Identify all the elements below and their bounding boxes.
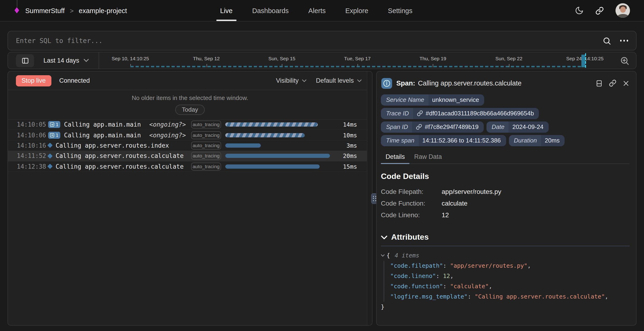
live-view-panel: Stop live Connected Visibility Default l… [8,71,372,326]
breadcrumb-project[interactable]: example-project [79,7,127,14]
timeline-activity-dashes [130,66,584,67]
service-name-badge: Service Name unknown_service [381,94,484,106]
today-button[interactable]: Today [175,105,204,115]
avatar-body [617,14,628,18]
log-row[interactable]: 14:10:06 1 Calling app.main.main<ongoing… [8,130,372,140]
tag-pill[interactable]: auto_tracing [191,131,221,139]
attributes-json-tree: { 4 items "code.filepath": "app/server/r… [381,250,630,312]
tag-pill[interactable]: auto_tracing [191,162,221,170]
breadcrumb-workspace[interactable]: SummerStuff [25,7,65,14]
timeline-now-cursor[interactable] [585,53,586,68]
chevron-down-icon [381,254,384,257]
main-nav-tabs: Live Dashboards Alerts Explore Settings [210,0,422,21]
visibility-dropdown[interactable]: Visibility [276,77,306,84]
link-icon[interactable] [417,110,423,116]
tag-pill[interactable]: auto_tracing [191,120,221,128]
search-button[interactable] [602,36,611,45]
date-badge: Date 2024-09-24 [486,122,549,133]
log-message: Calling app.main.main<ongoing?> [64,121,186,128]
tab-details[interactable]: Details [381,151,410,164]
duration-bar [225,154,330,158]
code-details-heading: Code Details [381,172,630,181]
tab-explore[interactable]: Explore [336,0,378,21]
stop-live-button[interactable]: Stop live [16,75,52,86]
span-diamond-icon [48,164,53,169]
span-meta-badges: Service Name unknown_service Trace ID #d… [381,94,630,146]
code-detail-row: Code Filepath: app/server/routes.py [381,186,630,198]
split-panel-icon [596,79,603,87]
span-title-text: Calling app.server.routes.calculate [418,80,522,87]
log-message: Calling app.server.routes.calculate [56,152,184,160]
sidebar-toggle-button[interactable] [16,54,34,67]
diamond-logo-icon [14,7,19,13]
duration-value: 14ms [330,121,357,128]
link-icon[interactable] [416,124,422,130]
span-diamond-icon [48,153,53,158]
connection-status: Connected [59,77,90,84]
timeline-tick-label: Thu, Sep 12 [193,56,220,61]
empty-window-notice: No older items in the selected time wind… [8,94,372,102]
plus-square-icon [50,122,54,126]
duration-bar [225,122,318,126]
json-collapse-toggle[interactable] [381,254,384,257]
duration-bar [225,133,305,137]
chevron-down-icon [302,79,306,82]
log-timestamp: 14:12:38 [17,163,44,170]
workspace-logo[interactable] [14,0,20,21]
tag-pill[interactable]: auto_tracing [191,142,221,150]
duration-bar-track [225,122,330,126]
collapsed-count-badge-icon[interactable]: 1 [48,132,60,138]
timeline-track[interactable]: Sep 10, 14:10:25 Thu, Sep 12 Sun, Sep 15… [108,52,604,69]
log-row-selected[interactable]: 14:11:52 Calling app.server.routes.calcu… [8,151,372,162]
ongoing-suffix: <ongoing?> [149,121,186,128]
log-rows-list: 14:10:05 1 Calling app.main.main<ongoing… [8,119,372,172]
duration-bar-track [225,133,330,137]
log-row[interactable]: 14:10:16 Calling app.server.routes.index… [8,140,372,151]
close-panel-button[interactable] [622,80,630,87]
time-range-dropdown[interactable]: Last 14 days [44,57,88,64]
nav-right-actions [575,3,630,18]
json-entry: "code.lineno": 12, [390,271,630,281]
collapsed-count: 1 [56,122,58,127]
top-nav: SummerStuff > example-project Live Dashb… [0,0,644,22]
zoom-in-icon [620,56,630,66]
timeline-tick-label: Sep 10, 14:10:25 [112,56,149,61]
tab-dashboards[interactable]: Dashboards [242,0,298,21]
tab-raw-data[interactable]: Raw Data [410,151,447,164]
tab-alerts[interactable]: Alerts [299,0,336,21]
duration-bar [225,164,320,169]
time-span-badge: Time span 14:11:52.366 to 14:11:52.386 [381,135,506,146]
info-icon [382,79,391,88]
share-link-button[interactable] [596,6,604,15]
span-detail-panel: Span:Calling app.server.routes.calculate… [376,71,636,326]
more-options-button[interactable] [619,38,629,44]
tab-live[interactable]: Live [210,0,242,21]
default-levels-dropdown[interactable]: Default levels [316,77,362,84]
timeline-tick-label: Thu, Sep 19 [420,56,446,61]
split-view-button[interactable] [596,79,603,87]
trace-id-value: #df01acad0311189c8b66a466d969654b [426,110,534,117]
link-icon [609,80,616,87]
sql-filter-input[interactable] [16,37,602,44]
span-title: Span:Calling app.server.routes.calculate [396,80,522,87]
timeline-zoom-button[interactable] [619,55,630,66]
chevron-down-icon [381,235,388,240]
dark-mode-toggle[interactable] [575,6,584,15]
time-range-bar: Last 14 days Sep 10, 14:10:25 Thu, Sep 1… [8,52,636,69]
attributes-section-toggle[interactable]: Attributes [381,233,630,242]
timeline-tick-label: Sun, Sep 15 [268,56,295,61]
sidebar-toggle-icon [21,57,29,64]
user-avatar[interactable] [616,3,630,18]
collapsed-count-badge-icon[interactable]: 1 [48,121,60,128]
sql-bar-actions [602,36,629,45]
tab-settings[interactable]: Settings [378,0,422,21]
log-row[interactable]: 14:12:38 Calling app.server.routes.calcu… [8,162,372,172]
close-icon [622,80,630,87]
chevron-down-icon [357,79,362,82]
log-row[interactable]: 14:10:05 1 Calling app.main.main<ongoing… [8,120,372,130]
tag-pill[interactable]: auto_tracing [191,152,221,160]
span-diamond-icon [48,143,53,148]
span-detail-header: Span:Calling app.server.routes.calculate [381,75,630,92]
copy-link-button[interactable] [609,80,616,87]
plus-square-icon [50,133,54,137]
